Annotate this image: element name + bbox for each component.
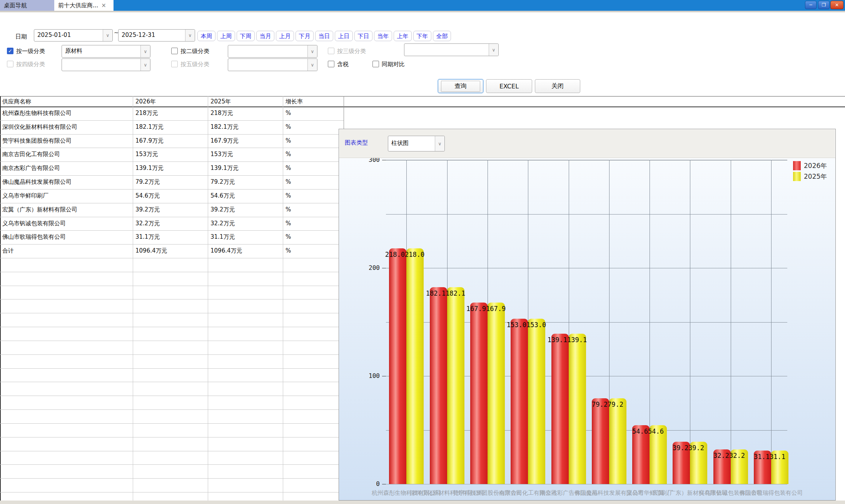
chart-type-value: 柱状图 [388,136,435,151]
table-cell[interactable]: 宏翼（广东）新材料有限公司 [2,206,131,213]
bar-2026-2[interactable] [470,303,488,484]
table-cell[interactable]: 31.1万元 [135,233,207,241]
quick-range-4[interactable]: 上月 [276,31,294,41]
tab-close-icon[interactable]: × [101,2,106,9]
excel-export-button[interactable]: EXCEL [486,79,532,93]
quick-range-12[interactable]: 全部 [433,31,451,41]
bar-2026-4[interactable] [551,334,569,484]
query-button[interactable]: 查询 [438,79,483,93]
table-header-0: 供应商名称 [2,98,75,105]
table-row-line [0,272,344,272]
table-cell[interactable]: 153万元 [135,151,207,158]
bar-value-2026-4: 139.1 [535,336,567,344]
table-cell[interactable]: 218万元 [135,110,207,117]
chevron-down-icon[interactable]: ∨ [140,45,150,57]
level4-combo[interactable]: ∨ [62,58,150,71]
table-cell[interactable]: 182.1万元 [210,123,282,131]
level3-combo[interactable]: ∨ [404,43,499,56]
chevron-down-icon[interactable]: ∨ [307,59,317,71]
level2-checkbox[interactable] [171,48,178,54]
bar-2026-3[interactable] [511,319,528,484]
bar-2025-1[interactable] [447,287,464,484]
table-cell[interactable]: 54.6万元 [210,192,282,200]
quick-range-9[interactable]: 当年 [374,31,392,41]
y-axis-label-200: 200 [358,264,380,271]
table-cell[interactable]: 79.2万元 [210,178,282,186]
tab-desktop-nav[interactable]: 桌面导航 [0,0,54,11]
level1-combo[interactable]: 原材料 ∨ [62,45,150,58]
close-report-button-label: 关闭 [551,82,564,90]
date-to-combo[interactable]: 2025-12-31 ∨ [118,29,195,42]
table-cell[interactable]: 佛山市歌瑞得包装有公司 [2,233,131,241]
quick-range-11[interactable]: 下年 [413,31,431,41]
restore-button[interactable]: ❐ [818,1,830,9]
quick-range-0[interactable]: 本周 [197,31,215,41]
chevron-down-icon[interactable]: ∨ [103,30,112,41]
table-cell[interactable]: 39.2万元 [210,206,282,213]
chevron-down-icon[interactable]: ∨ [435,136,444,151]
chevron-down-icon[interactable]: ∨ [140,59,150,71]
quick-range-5[interactable]: 下月 [296,31,314,41]
table-cell[interactable]: 32.2万元 [135,220,207,227]
level2-combo[interactable]: ∨ [228,45,317,58]
level5-checkbox[interactable] [171,61,178,67]
bar-2026-0[interactable] [389,248,406,484]
table-cell[interactable]: 合计 [2,247,131,254]
table-cell[interactable]: 39.2万元 [135,206,207,213]
table-cell[interactable]: 1096.4万元 [210,247,282,254]
date-label: 日期 [15,33,27,40]
level1-checkbox[interactable] [7,48,13,54]
date-from-combo[interactable]: 2025-01-01 ∨ [34,29,113,42]
minimize-button[interactable]: ─ [805,1,817,9]
legend-swatch-2025 [793,172,801,181]
quick-range-6[interactable]: 当日 [315,31,333,41]
close-report-button[interactable]: 关闭 [535,79,580,93]
table-cell[interactable]: 义乌市华鲜印刷厂 [2,192,131,200]
table-cell[interactable]: 167.9万元 [135,137,207,145]
table-cell[interactable]: 182.1万元 [135,123,207,131]
table-cell[interactable]: 1096.4万元 [135,247,207,254]
table-cell[interactable]: 153万元 [210,151,282,158]
level4-checkbox[interactable] [7,61,13,67]
bar-2026-1[interactable] [430,287,447,484]
chevron-down-icon[interactable]: ∨ [307,45,317,57]
bar-2026-5[interactable] [592,398,609,484]
table-cell[interactable]: 南京古田化工有限公司 [2,151,131,158]
date-from-value: 2025-01-01 [34,30,103,41]
table-cell[interactable]: % [286,110,357,116]
chart-type-combo[interactable]: 柱状图 ∨ [388,136,445,151]
level3-checkbox[interactable] [328,48,334,54]
table-cell[interactable]: 167.9万元 [210,137,282,145]
table-cell[interactable]: 54.6万元 [135,192,207,200]
table-cell[interactable]: 79.2万元 [135,178,207,186]
period-compare-checkbox[interactable] [372,61,379,67]
table-cell[interactable]: 31.1万元 [210,233,282,241]
table-cell[interactable]: 218万元 [210,110,282,117]
table-cell[interactable]: 杭州森彤生物科技有限公司 [2,110,131,117]
table-cell[interactable]: 赞宇科技集团股份有限公司 [2,137,131,145]
quick-range-2[interactable]: 下周 [237,31,255,41]
quick-range-1[interactable]: 上周 [217,31,235,41]
table-column-separator-2 [283,96,283,504]
bar-2025-0[interactable] [406,248,424,484]
quick-range-10[interactable]: 上年 [394,31,412,41]
bar-2025-2[interactable] [488,303,505,484]
tab-top10-suppliers[interactable]: 前十大供应商... × [54,0,114,11]
table-cell[interactable]: 义乌市钒诚包装有限公司 [2,220,131,227]
table-cell[interactable]: 南京杰彩广告有限公司 [2,165,131,172]
bar-2025-5[interactable] [609,398,626,484]
quick-range-3[interactable]: 当月 [256,31,274,41]
tax-included-checkbox[interactable] [328,61,334,67]
table-cell[interactable]: 深圳仪化新材料科技有限公司 [2,123,131,131]
table-cell[interactable]: 139.1万元 [135,165,207,172]
quick-range-8[interactable]: 下日 [354,31,372,41]
quick-range-7[interactable]: 上日 [335,31,353,41]
chevron-down-icon[interactable]: ∨ [489,44,498,56]
chevron-down-icon[interactable]: ∨ [185,30,195,41]
table-cell[interactable]: 佛山魔晶科技发展有限公司 [2,178,131,186]
close-window-button[interactable]: ✕ [830,1,843,9]
table-cell[interactable]: 32.2万元 [210,220,282,227]
table-cell[interactable]: 139.1万元 [210,165,282,172]
bar-2025-4[interactable] [569,334,586,484]
level5-combo[interactable]: ∨ [228,58,317,71]
